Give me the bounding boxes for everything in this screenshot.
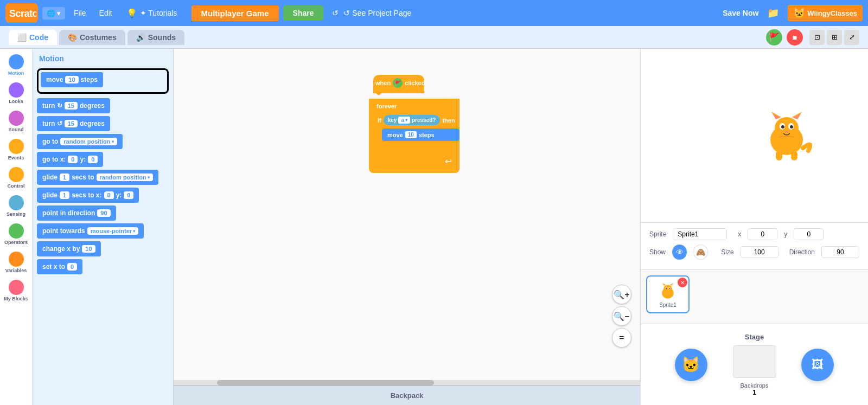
when-clicked-block[interactable]: when 🚩 clicked (369, 70, 459, 100)
cat-motion[interactable]: Motion (0, 51, 32, 79)
stop-button[interactable]: ■ (787, 29, 803, 46)
cat-sound[interactable]: Sound (0, 107, 32, 136)
tutorials-button[interactable]: 💡 ✦ Tutorials (121, 6, 183, 21)
zoom-out-button[interactable]: 🔍− (612, 306, 631, 326)
sounds-tab-icon: 🔊 (136, 33, 145, 42)
x-coord-label: x (738, 230, 741, 238)
folder-icon[interactable]: 📁 (763, 7, 783, 19)
project-title[interactable]: Multiplayer Game (192, 5, 279, 21)
svg-point-12 (785, 131, 788, 133)
events-label: Events (8, 155, 24, 160)
block-turn-cw[interactable]: turn ↻ 15 degrees (37, 98, 110, 113)
glide1-dropdown[interactable]: random position ▾ (97, 173, 153, 181)
eye-open-icon: 👁 (676, 248, 684, 256)
block-set-x[interactable]: set x to 0 (37, 259, 82, 274)
forever-label: forever (369, 101, 459, 112)
block-glide-rand[interactable]: glide 1 secs to random position ▾ (37, 170, 158, 185)
zoom-reset-button[interactable]: = (612, 328, 631, 348)
key-pressed-block[interactable]: key a ▾ pressed? (384, 115, 441, 125)
block-goto[interactable]: go to random position ▾ (37, 134, 123, 149)
scratch-logo[interactable]: Scratch (5, 3, 38, 23)
svg-rect-13 (776, 151, 782, 160)
stage-thumbnail[interactable] (733, 345, 776, 378)
cat-control[interactable]: Control (0, 164, 32, 192)
sprite-delete-button[interactable]: ✕ (678, 278, 687, 287)
svg-point-10 (781, 125, 784, 128)
zoom-in-button[interactable]: 🔍+ (612, 285, 631, 304)
size-input[interactable] (741, 246, 778, 258)
sprite-name-input[interactable] (673, 228, 727, 240)
blocks-panel: Motion move 10 steps turn ↻ 15 degrees t… (33, 49, 174, 405)
cat-operators[interactable]: Operators (0, 220, 32, 248)
cat-looks[interactable]: Looks (0, 79, 32, 107)
backpack-label: Backpack (391, 391, 424, 400)
key-val[interactable]: a ▾ (398, 117, 410, 124)
stop-icon: ■ (793, 33, 797, 42)
add-stage-button[interactable]: 🖼 (801, 349, 834, 381)
move-val: 10 (65, 76, 78, 83)
cat-sensing[interactable]: Sensing (0, 192, 32, 220)
tab-code[interactable]: ⬜ Code (9, 30, 57, 45)
stage-display (641, 49, 868, 222)
glide2-y-label: y: (116, 191, 122, 199)
block-row-goto: go to random position ▾ (37, 134, 169, 149)
block-row-glide-xy: glide 1 secs to x: 0 y: 0 (37, 188, 169, 203)
block-row-turn-cw: turn ↻ 15 degrees (37, 98, 169, 113)
user-menu[interactable]: 🐱 WiingyClasses (788, 5, 863, 21)
turn-cw-label: turn ↻ (42, 102, 62, 110)
if-block[interactable]: if key a ▾ pressed? then (373, 113, 459, 127)
pointdir-val: 90 (97, 209, 110, 217)
svg-point-21 (666, 288, 667, 289)
control-dot (9, 167, 24, 182)
block-glide-xy[interactable]: glide 1 secs to x: 0 y: 0 (37, 188, 139, 203)
if-close (373, 142, 459, 154)
tab-costumes[interactable]: 🎨 Costumes (59, 30, 125, 45)
share-button[interactable]: Share (283, 5, 324, 21)
cat-events[interactable]: Events (0, 136, 32, 164)
small-stage-button[interactable]: ⊡ (809, 30, 825, 45)
green-flag-button[interactable]: 🚩 (766, 29, 782, 46)
inner-move-block[interactable]: move 10 steps (382, 128, 459, 141)
pointtowards-label: point towards (42, 227, 85, 235)
tab-sounds[interactable]: 🔊 Sounds (127, 30, 184, 45)
file-menu[interactable]: File (69, 7, 91, 20)
pointtowards-dropdown[interactable]: mouse-pointer ▾ (87, 227, 138, 235)
goto-dropdown[interactable]: random position ▾ (60, 138, 117, 145)
block-point-dir[interactable]: point in direction 90 (37, 205, 116, 221)
edit-menu[interactable]: Edit (95, 7, 117, 20)
save-now-button[interactable]: Save Now (723, 9, 758, 17)
block-change-x[interactable]: change x by 10 (37, 241, 101, 256)
large-stage-button[interactable]: ⊞ (827, 30, 842, 45)
y-coord-input[interactable] (794, 228, 824, 240)
highlighted-block-group: move 10 steps (37, 68, 169, 94)
sprite-info-row-2: Show 👁 🙈 Size Direction (649, 245, 859, 260)
show-button[interactable]: 👁 (672, 245, 687, 260)
motion-label: Motion (8, 70, 24, 76)
script-canvas[interactable]: when 🚩 clicked forever if key a ▾ (174, 49, 640, 380)
stage-controls: 🚩 ■ (766, 29, 803, 46)
forever-block[interactable]: forever if key a ▾ pressed? then (369, 99, 459, 173)
x-coord-input[interactable] (748, 228, 777, 240)
cat-variables[interactable]: Variables (0, 248, 32, 277)
fullscreen-button[interactable]: ⤢ (844, 30, 859, 45)
sprite-thumb-sprite1[interactable]: ✕ Sprite1 (646, 275, 690, 313)
glide2-mid: secs to x: (72, 191, 101, 199)
size-label: Size (721, 248, 733, 256)
block-row-change-x: change x by 10 (37, 241, 169, 256)
cat-myblocks[interactable]: My Blocks (0, 277, 32, 305)
svg-point-11 (790, 125, 793, 128)
block-move[interactable]: move 10 steps (41, 72, 103, 87)
see-project-button[interactable]: ↺ ↺ See Project Page (328, 7, 416, 20)
block-point-towards[interactable]: point towards mouse-pointer ▾ (37, 223, 144, 239)
hide-button[interactable]: 🙈 (693, 245, 708, 260)
svg-point-22 (669, 288, 670, 289)
horizontal-scrollbar[interactable] (174, 380, 640, 385)
add-sprite-button[interactable]: 🐱 (675, 349, 707, 381)
sprite-add-bar: 🐱 Stage Backdrops 1 🖼 (641, 324, 868, 405)
direction-input[interactable] (821, 246, 859, 258)
globe-button[interactable]: 🌐 ▾ (42, 7, 65, 20)
block-turn-ccw[interactable]: turn ↺ 15 degrees (37, 116, 110, 131)
block-goto-xy[interactable]: go to x: 0 y: 0 (37, 152, 103, 167)
scrollbar-thumb[interactable] (217, 380, 434, 385)
backpack-bar[interactable]: Backpack (174, 385, 640, 405)
